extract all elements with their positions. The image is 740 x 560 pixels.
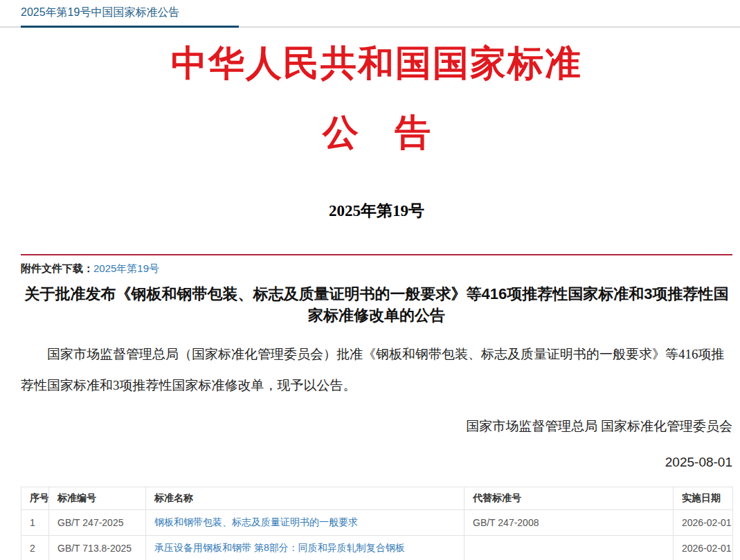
notice-title: 关于批准发布《钢板和钢带包装、标志及质量证明书的一般要求》等416项推荐性国家标… (21, 283, 732, 326)
main-title: 中华人民共和国国家标准 (21, 41, 732, 87)
issuing-authorities: 国家市场监督管理总局 国家标准化管理委员会 (21, 417, 732, 435)
body-paragraph: 国家市场监督管理总局（国家标准化管理委员会）批准《钢板和钢带包装、标志及质量证明… (21, 338, 732, 401)
impl-date-cell: 2026-02-01 (674, 510, 733, 536)
issue-number: 2025年第19号 (21, 201, 732, 221)
replaced-standard-cell: GB/T 247-2008 (464, 510, 674, 536)
header-seq: 序号 (21, 487, 49, 510)
standard-name-link[interactable]: 承压设备用钢板和钢带 第8部分：同质和异质轧制复合钢板 (154, 542, 405, 553)
standards-table-body: 1 GB/T 247-2025 钢板和钢带包装、标志及质量证明书的一般要求 GB… (21, 510, 733, 560)
header-replaced-standard: 代替标准号 (464, 487, 674, 510)
table-row: 2 GB/T 713.8-2025 承压设备用钢板和钢带 第8部分：同质和异质轧… (21, 536, 733, 560)
standard-code-cell: GB/T 247-2025 (49, 510, 146, 536)
header-standard-code: 标准编号 (49, 487, 146, 510)
active-tab-underline (21, 26, 239, 28)
standard-name-cell: 钢板和钢带包装、标志及质量证明书的一般要求 (146, 510, 464, 536)
attachment-row: 附件文件下载：2025年第19号 (21, 255, 732, 276)
seq-cell: 1 (21, 510, 49, 536)
standard-name-cell: 承压设备用钢板和钢带 第8部分：同质和异质轧制复合钢板 (146, 536, 464, 560)
subtitle-gonggao: 公 告 (21, 111, 732, 154)
publish-date: 2025-08-01 (21, 453, 732, 471)
table-row: 1 GB/T 247-2025 钢板和钢带包装、标志及质量证明书的一般要求 GB… (21, 510, 733, 536)
attachment-download-link[interactable]: 2025年第19号 (93, 262, 159, 274)
top-tab-bar: 2025年第19号中国国家标准公告 (0, 0, 740, 28)
standard-code-cell: GB/T 713.8-2025 (49, 536, 146, 560)
header-impl-date: 实施日期 (674, 487, 733, 510)
replaced-standard-cell (464, 536, 674, 560)
impl-date-cell: 2026-02-01 (674, 536, 733, 560)
header-row: 序号 标准编号 标准名称 代替标准号 实施日期 (21, 487, 733, 510)
header-standard-name: 标准名称 (146, 487, 464, 510)
standard-name-link[interactable]: 钢板和钢带包装、标志及质量证明书的一般要求 (154, 516, 358, 527)
attachment-label: 附件文件下载： (21, 262, 93, 274)
tab-announcement[interactable]: 2025年第19号中国国家标准公告 (21, 6, 179, 20)
standards-table: 序号 标准编号 标准名称 代替标准号 实施日期 1 GB/T 247-2025 … (21, 487, 733, 560)
announcement-document: 中华人民共和国国家标准 公 告 2025年第19号 附件文件下载：2025年第1… (21, 41, 732, 560)
standards-table-head: 序号 标准编号 标准名称 代替标准号 实施日期 (21, 487, 733, 510)
seq-cell: 2 (21, 536, 49, 560)
